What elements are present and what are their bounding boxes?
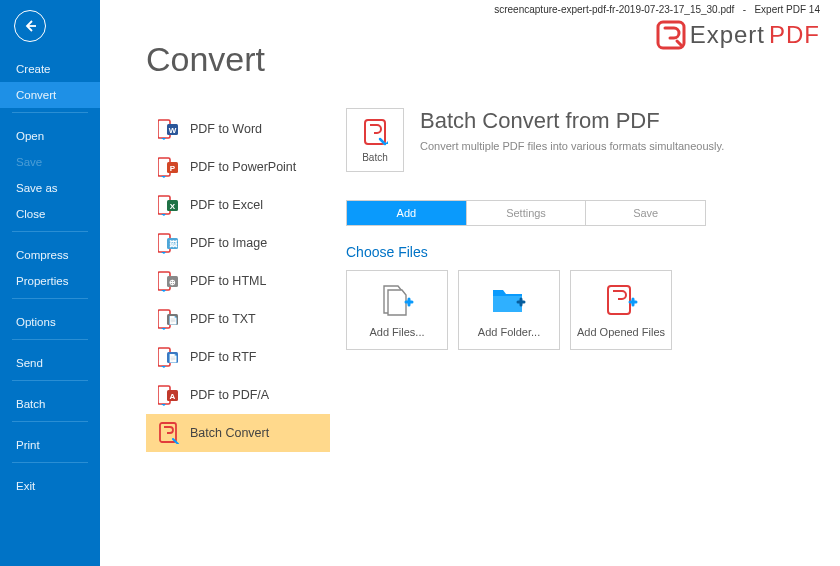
pdfa-icon: A (158, 384, 180, 406)
step-tabs: AddSettingsSave (346, 200, 706, 226)
svg-text:P: P (170, 164, 176, 173)
image-icon: 🖼 (158, 232, 180, 254)
page-title: Convert (146, 40, 840, 79)
ppt-icon: P (158, 156, 180, 178)
sidebar-item-properties[interactable]: Properties (0, 268, 100, 294)
convert-option-word[interactable]: WPDF to Word (146, 110, 330, 148)
word-icon: W (158, 118, 180, 140)
excel-icon: X (158, 194, 180, 216)
batch-icon (362, 118, 388, 146)
batch-icon (158, 422, 180, 444)
svg-text:A: A (170, 392, 176, 401)
sidebar-item-options[interactable]: Options (0, 309, 100, 335)
sidebar-item-batch[interactable]: Batch (0, 391, 100, 417)
back-button[interactable] (14, 10, 46, 42)
sidebar-item-convert[interactable]: Convert (0, 82, 100, 108)
sidebar-item-print[interactable]: Print (0, 432, 100, 458)
batch-tile-label: Batch (362, 152, 388, 163)
convert-option-ppt[interactable]: PPDF to PowerPoint (146, 148, 330, 186)
convert-option-html[interactable]: ⊕PDF to HTML (146, 262, 330, 300)
sidebar-item-save: Save (0, 149, 100, 175)
convert-option-image[interactable]: 🖼PDF to Image (146, 224, 330, 262)
convert-option-batch[interactable]: Batch Convert (146, 414, 330, 452)
section-title: Choose Files (346, 244, 810, 260)
sidebar-item-open[interactable]: Open (0, 123, 100, 149)
svg-text:🖼: 🖼 (169, 240, 178, 249)
card-add-files[interactable]: Add Files... (346, 270, 448, 350)
batch-tile[interactable]: Batch (346, 108, 404, 172)
sidebar-item-close[interactable]: Close (0, 201, 100, 227)
svg-text:W: W (169, 126, 177, 135)
sidebar-item-create[interactable]: Create (0, 56, 100, 82)
add-files-icon (378, 282, 416, 318)
html-icon: ⊕ (158, 270, 180, 292)
panel-subtitle: Convert multiple PDF files into various … (420, 140, 724, 152)
sidebar-item-send[interactable]: Send (0, 350, 100, 376)
card-add-opened[interactable]: Add Opened Files (570, 270, 672, 350)
svg-text:📄: 📄 (168, 315, 178, 325)
sidebar-item-compress[interactable]: Compress (0, 242, 100, 268)
tab-add[interactable]: Add (347, 201, 467, 225)
panel-title: Batch Convert from PDF (420, 108, 724, 134)
tab-settings[interactable]: Settings (467, 201, 587, 225)
tab-save[interactable]: Save (586, 201, 705, 225)
convert-option-pdfa[interactable]: APDF to PDF/A (146, 376, 330, 414)
add-opened-icon (602, 282, 640, 318)
svg-text:X: X (170, 202, 176, 211)
card-add-folder[interactable]: Add Folder... (458, 270, 560, 350)
convert-options: WPDF to WordPPDF to PowerPointXPDF to Ex… (146, 110, 330, 452)
svg-text:📄: 📄 (168, 353, 178, 363)
rtf-icon: 📄 (158, 346, 180, 368)
sidebar-item-exit[interactable]: Exit (0, 473, 100, 499)
sidebar-item-save-as[interactable]: Save as (0, 175, 100, 201)
svg-text:⊕: ⊕ (169, 278, 176, 287)
convert-option-txt[interactable]: 📄PDF to TXT (146, 300, 330, 338)
add-folder-icon (490, 282, 528, 318)
convert-panel: Batch Batch Convert from PDF Convert mul… (346, 108, 810, 350)
file-cards: Add Files...Add Folder...Add Opened File… (346, 270, 810, 350)
sidebar: CreateConvertOpenSaveSave asCloseCompres… (0, 0, 100, 566)
convert-option-rtf[interactable]: 📄PDF to RTF (146, 338, 330, 376)
txt-icon: 📄 (158, 308, 180, 330)
convert-option-excel[interactable]: XPDF to Excel (146, 186, 330, 224)
